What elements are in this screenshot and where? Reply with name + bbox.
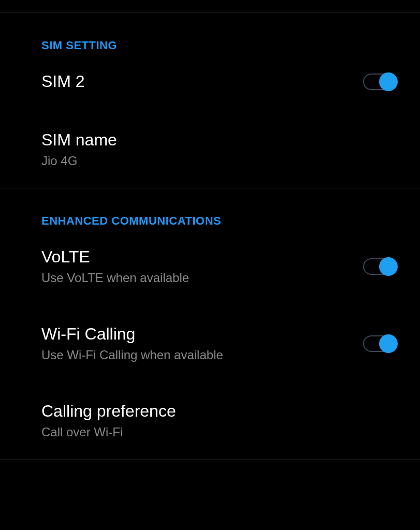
row-volte[interactable]: VoLTE Use VoLTE when available [0,228,420,305]
row-sim-name-title: SIM name [41,130,117,150]
row-volte-subtitle: Use VoLTE when available [41,271,189,285]
toggle-knob-icon [379,257,398,276]
row-sim-name-subtitle: Jio 4G [41,154,117,168]
row-wifi-calling[interactable]: Wi-Fi Calling Use Wi-Fi Calling when ava… [0,305,420,382]
row-calling-pref-title: Calling preference [41,402,176,421]
divider [0,459,420,460]
row-wifi-calling-title: Wi-Fi Calling [41,325,223,344]
toggle-sim2[interactable] [363,73,396,90]
row-sim2[interactable]: SIM 2 [0,52,420,111]
section-header-enhanced: ENHANCED COMMUNICATIONS [0,188,420,228]
row-calling-preference[interactable]: Calling preference Call over Wi-Fi [0,382,420,459]
row-wifi-calling-subtitle: Use Wi-Fi Calling when available [41,348,223,362]
toggle-wifi-calling[interactable] [363,335,396,352]
section-sim-setting: SIM SETTING SIM 2 SIM name Jio 4G [0,13,420,188]
row-calling-pref-subtitle: Call over Wi-Fi [41,425,176,439]
toggle-knob-icon [379,72,398,91]
toggle-knob-icon [379,334,398,353]
section-header-sim: SIM SETTING [0,13,420,52]
row-sim-name[interactable]: SIM name Jio 4G [0,111,420,188]
row-sim2-title: SIM 2 [41,72,85,91]
row-volte-title: VoLTE [41,247,189,267]
section-enhanced-comms: ENHANCED COMMUNICATIONS VoLTE Use VoLTE … [0,188,420,459]
toggle-volte[interactable] [363,258,396,275]
